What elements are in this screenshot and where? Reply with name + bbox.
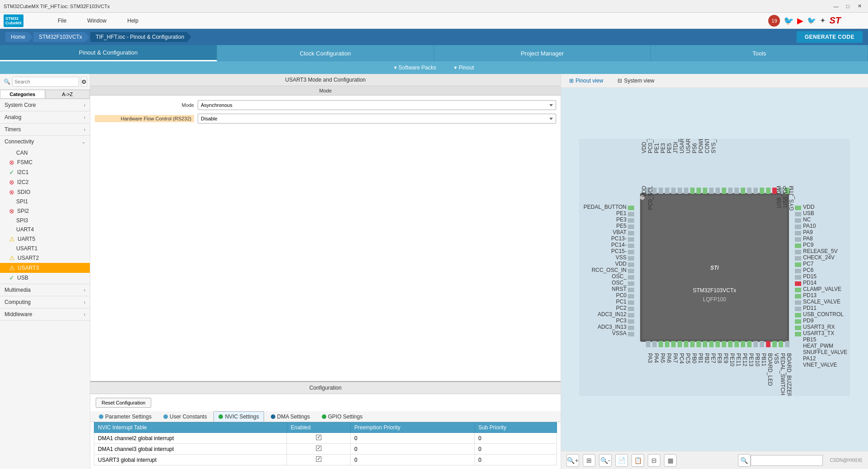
enabled-cell-2[interactable] — [287, 444, 351, 455]
menu-help[interactable]: Help — [124, 16, 142, 26]
section-timers-header[interactable]: Timers › — [0, 124, 90, 135]
mode-section-title: Mode — [90, 86, 561, 96]
tab-tools[interactable]: Tools — [651, 45, 868, 61]
mode-select[interactable]: Asynchronous Synchronous Single Wire (Ha… — [198, 100, 556, 110]
zoom-out-button[interactable]: 🔍- — [599, 454, 612, 467]
svg-rect-43 — [628, 237, 634, 242]
svg-rect-102 — [785, 341, 789, 347]
svg-text:BOARD_BUZZER: BOARD_BUZZER — [786, 353, 792, 396]
section-middleware-header[interactable]: Middleware › — [0, 308, 90, 320]
breadcrumb-mcu[interactable]: STM32F103VCTx — [33, 32, 89, 42]
sidebar-item-uart5[interactable]: ⚠ UART5 — [0, 234, 90, 244]
section-computing-header[interactable]: Computing › — [0, 296, 90, 308]
svg-text:PA10: PA10 — [803, 223, 816, 229]
config-tab-nvic[interactable]: NVIC Settings — [214, 411, 264, 422]
export-img-button[interactable]: 📋 — [631, 454, 644, 467]
split-button[interactable]: ⊟ — [648, 454, 660, 467]
svg-rect-60 — [795, 212, 801, 216]
checkbox-2[interactable] — [316, 446, 321, 451]
chip-tab-pinout[interactable]: ⊞ Pinout view — [566, 77, 606, 85]
maximize-button[interactable]: □ — [843, 2, 853, 10]
sidebar-item-spi2[interactable]: ⊗ SPI2 — [0, 206, 90, 216]
menu-file[interactable]: File — [54, 16, 70, 26]
svg-rect-77 — [795, 319, 801, 324]
community-icon[interactable]: 19 — [768, 15, 780, 27]
export-pdf-button[interactable]: 📄 — [615, 454, 628, 467]
twitter-icon[interactable]: 🐦 — [807, 16, 816, 25]
zoom-in-button[interactable]: 🔍+ — [566, 454, 579, 467]
sidebar-item-usart3[interactable]: ⚠ USART3 — [0, 263, 90, 273]
svg-rect-17 — [659, 188, 663, 194]
generate-code-button[interactable]: GENERATE CODE — [797, 31, 863, 43]
fit-button[interactable]: ⊞ — [583, 454, 595, 467]
sub-tab-software-packs[interactable]: ▾ Software Packs — [394, 64, 436, 71]
tab-pinout-config[interactable]: Pinout & Configuration — [0, 45, 217, 61]
svg-rect-73 — [795, 294, 801, 299]
config-tab-gpio[interactable]: GPIO Settings — [317, 411, 368, 422]
app-logo: STM32CubeMX — [2, 13, 25, 29]
chip-search-icon-button[interactable]: 🔍 — [738, 454, 751, 467]
sidebar-item-i2c2[interactable]: ⊗ I2C2 — [0, 177, 90, 187]
svg-rect-71 — [795, 281, 801, 286]
enabled-cell-3[interactable] — [287, 455, 351, 465]
svg-text:VDD: VDD — [615, 261, 627, 267]
menu-window[interactable]: Window — [84, 16, 110, 26]
breadcrumb-home[interactable]: Home — [5, 32, 32, 42]
sidebar-tab-az[interactable]: A->Z — [45, 90, 90, 99]
youtube-icon[interactable]: ▶ — [797, 16, 803, 26]
svg-rect-92 — [722, 341, 726, 347]
enabled-cell-1[interactable] — [287, 433, 351, 444]
sidebar-tab-categories[interactable]: Categories — [0, 90, 45, 99]
svg-text:PE1: PE1 — [616, 210, 627, 216]
sidebar-item-usb[interactable]: ✓ USB — [0, 273, 90, 283]
sidebar-item-usart2[interactable]: ⚠ USART2 — [0, 253, 90, 263]
section-analog-header[interactable]: Analog › — [0, 111, 90, 123]
tab-clock-config[interactable]: Clock Configuration — [217, 45, 434, 61]
sidebar-item-spi1[interactable]: SPI1 — [0, 197, 90, 206]
chip-tab-system[interactable]: ⊟ System view — [615, 77, 657, 85]
section-connectivity-header[interactable]: Connectivity ⌄ — [0, 136, 90, 147]
table-button[interactable]: ▦ — [664, 454, 677, 467]
system-icon: ⊟ — [617, 78, 622, 84]
close-button[interactable]: ✕ — [854, 2, 864, 10]
sidebar-item-usart1[interactable]: USART1 — [0, 244, 90, 253]
config-tab-parameter[interactable]: Parameter Settings — [94, 411, 157, 422]
svg-text:PE5: PE5 — [666, 143, 673, 153]
facebook-icon[interactable]: 🐦 — [784, 16, 794, 26]
checkbox-3[interactable] — [316, 456, 321, 462]
sidebar-item-spi3[interactable]: SPI3 — [0, 216, 90, 225]
checkbox-1[interactable] — [316, 435, 321, 440]
section-system-core-header[interactable]: System Core › — [0, 99, 90, 111]
chevron-down-icon: ▾ — [394, 64, 397, 71]
svg-text:PB10: PB10 — [754, 353, 761, 367]
settings-icon-button[interactable]: ⚙ — [81, 77, 87, 87]
breadcrumb-project[interactable]: TIF_HFT.ioc - Pinout & Configuration — [90, 32, 191, 42]
spi2-status-icon: ⊗ — [9, 207, 14, 215]
svg-rect-22 — [690, 188, 695, 194]
svg-rect-96 — [747, 341, 752, 347]
sidebar-item-sdio[interactable]: ⊗ SDIO — [0, 187, 90, 197]
hw-flow-select[interactable]: Disable CTS Only RTS Only CTS/RTS — [198, 114, 556, 124]
config-tab-user[interactable]: User Constants — [158, 411, 212, 422]
star-icon[interactable]: ✦ — [820, 16, 826, 25]
svg-text:NC: NC — [803, 216, 811, 223]
sidebar-item-fsmc[interactable]: ⊗ FSMC — [0, 157, 90, 167]
svg-text:PC13-: PC13- — [611, 235, 627, 242]
sidebar: 🔍 ⚙ Categories A->Z System Core › Analog… — [0, 74, 90, 469]
sidebar-item-i2c1[interactable]: ✓ I2C1 — [0, 167, 90, 177]
chevron-right-icon-multimedia: › — [84, 288, 85, 293]
svg-text:OSC_: OSC_ — [612, 273, 627, 280]
section-multimedia-header[interactable]: Multimedia › — [0, 284, 90, 296]
sidebar-item-can[interactable]: CAN — [0, 148, 90, 157]
tab-project-manager[interactable]: Project Manager — [434, 45, 651, 61]
dma-settings-label: DMA Settings — [277, 414, 310, 420]
chip-search-input[interactable] — [751, 455, 823, 466]
config-tab-dma[interactable]: DMA Settings — [266, 411, 315, 422]
sidebar-item-uart4[interactable]: UART4 — [0, 225, 90, 234]
minimize-button[interactable]: — — [831, 2, 841, 10]
sub-tab-pinout[interactable]: ▾ Pinout — [454, 64, 474, 71]
svg-rect-81 — [652, 341, 657, 347]
reset-config-button[interactable]: Reset Configuration — [96, 398, 151, 408]
search-input[interactable] — [12, 77, 79, 87]
sub-priority-1: 0 — [474, 433, 557, 444]
